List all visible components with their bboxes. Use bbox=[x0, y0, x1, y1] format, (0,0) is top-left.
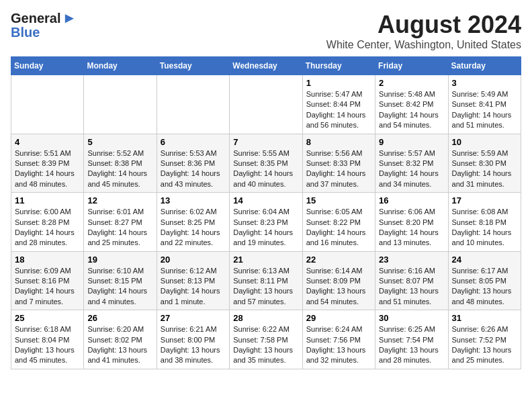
day-detail: Sunrise: 6:26 AM Sunset: 7:52 PM Dayligh… bbox=[452, 325, 512, 364]
title-area: August 2024 White Center, Washington, Un… bbox=[326, 11, 521, 51]
day-number: 27 bbox=[161, 313, 226, 323]
day-header: Friday bbox=[375, 57, 448, 75]
calendar-cell: 17Sunrise: 6:08 AM Sunset: 8:18 PM Dayli… bbox=[448, 193, 521, 252]
day-detail: Sunrise: 5:49 AM Sunset: 8:41 PM Dayligh… bbox=[452, 90, 512, 129]
calendar-cell: 6Sunrise: 5:53 AM Sunset: 8:36 PM Daylig… bbox=[157, 134, 229, 193]
day-number: 15 bbox=[306, 195, 371, 205]
day-detail: Sunrise: 6:04 AM Sunset: 8:23 PM Dayligh… bbox=[233, 208, 293, 246]
calendar-cell: 24Sunrise: 6:17 AM Sunset: 8:05 PM Dayli… bbox=[448, 251, 521, 310]
day-number: 7 bbox=[233, 137, 298, 147]
day-detail: Sunrise: 6:13 AM Sunset: 8:11 PM Dayligh… bbox=[233, 267, 293, 306]
day-detail: Sunrise: 6:14 AM Sunset: 8:09 PM Dayligh… bbox=[306, 267, 366, 306]
calendar-cell: 2Sunrise: 5:48 AM Sunset: 8:42 PM Daylig… bbox=[375, 75, 448, 134]
day-number: 18 bbox=[15, 255, 80, 265]
day-number: 24 bbox=[452, 255, 517, 265]
day-number: 6 bbox=[161, 137, 226, 147]
day-detail: Sunrise: 6:02 AM Sunset: 8:25 PM Dayligh… bbox=[161, 208, 220, 246]
day-number: 2 bbox=[379, 78, 444, 88]
calendar-cell: 20Sunrise: 6:12 AM Sunset: 8:13 PM Dayli… bbox=[157, 251, 229, 310]
calendar-cell: 25Sunrise: 6:18 AM Sunset: 8:04 PM Dayli… bbox=[11, 310, 84, 369]
day-number: 14 bbox=[233, 195, 298, 205]
calendar-header-row: SundayMondayTuesdayWednesdayThursdayFrid… bbox=[11, 57, 521, 75]
day-number: 16 bbox=[379, 195, 444, 205]
day-number: 26 bbox=[87, 313, 152, 323]
main-title: August 2024 bbox=[326, 11, 521, 39]
day-detail: Sunrise: 6:06 AM Sunset: 8:20 PM Dayligh… bbox=[379, 208, 439, 246]
logo: General ► Blue bbox=[11, 11, 77, 39]
day-detail: Sunrise: 6:08 AM Sunset: 8:18 PM Dayligh… bbox=[452, 208, 512, 246]
calendar-cell: 14Sunrise: 6:04 AM Sunset: 8:23 PM Dayli… bbox=[230, 193, 302, 252]
calendar-cell bbox=[230, 75, 302, 134]
calendar-cell: 8Sunrise: 5:56 AM Sunset: 8:33 PM Daylig… bbox=[302, 134, 375, 193]
calendar-cell: 21Sunrise: 6:13 AM Sunset: 8:11 PM Dayli… bbox=[230, 251, 302, 310]
calendar-week-row: 11Sunrise: 6:00 AM Sunset: 8:28 PM Dayli… bbox=[11, 193, 521, 252]
day-detail: Sunrise: 5:56 AM Sunset: 8:33 PM Dayligh… bbox=[306, 149, 366, 188]
calendar-week-row: 1Sunrise: 5:47 AM Sunset: 8:44 PM Daylig… bbox=[11, 75, 521, 134]
day-detail: Sunrise: 6:10 AM Sunset: 8:15 PM Dayligh… bbox=[87, 267, 147, 306]
day-detail: Sunrise: 6:22 AM Sunset: 7:58 PM Dayligh… bbox=[233, 325, 293, 364]
day-number: 21 bbox=[233, 255, 298, 265]
calendar-cell: 26Sunrise: 6:20 AM Sunset: 8:02 PM Dayli… bbox=[84, 310, 157, 369]
calendar-cell: 4Sunrise: 5:51 AM Sunset: 8:39 PM Daylig… bbox=[11, 134, 84, 193]
day-number: 13 bbox=[161, 195, 226, 205]
day-detail: Sunrise: 6:05 AM Sunset: 8:22 PM Dayligh… bbox=[306, 208, 366, 246]
day-number: 19 bbox=[87, 255, 152, 265]
day-header: Sunday bbox=[11, 57, 84, 75]
calendar-cell: 10Sunrise: 5:59 AM Sunset: 8:30 PM Dayli… bbox=[448, 134, 521, 193]
day-number: 8 bbox=[306, 137, 371, 147]
day-detail: Sunrise: 6:20 AM Sunset: 8:02 PM Dayligh… bbox=[87, 325, 147, 364]
calendar-cell: 31Sunrise: 6:26 AM Sunset: 7:52 PM Dayli… bbox=[448, 310, 521, 369]
calendar-cell: 23Sunrise: 6:16 AM Sunset: 8:07 PM Dayli… bbox=[375, 251, 448, 310]
day-number: 23 bbox=[379, 255, 444, 265]
day-number: 17 bbox=[452, 195, 517, 205]
calendar-cell bbox=[157, 75, 229, 134]
day-detail: Sunrise: 6:24 AM Sunset: 7:56 PM Dayligh… bbox=[306, 325, 366, 364]
day-number: 22 bbox=[306, 255, 371, 265]
calendar-cell bbox=[84, 75, 157, 134]
day-detail: Sunrise: 6:21 AM Sunset: 8:00 PM Dayligh… bbox=[161, 325, 220, 364]
day-number: 1 bbox=[306, 78, 371, 88]
day-header: Tuesday bbox=[157, 57, 229, 75]
calendar-cell: 12Sunrise: 6:01 AM Sunset: 8:27 PM Dayli… bbox=[84, 193, 157, 252]
day-detail: Sunrise: 6:01 AM Sunset: 8:27 PM Dayligh… bbox=[87, 208, 147, 246]
day-number: 20 bbox=[161, 255, 226, 265]
calendar-cell: 1Sunrise: 5:47 AM Sunset: 8:44 PM Daylig… bbox=[302, 75, 375, 134]
calendar-cell: 7Sunrise: 5:55 AM Sunset: 8:35 PM Daylig… bbox=[230, 134, 302, 193]
day-detail: Sunrise: 5:59 AM Sunset: 8:30 PM Dayligh… bbox=[452, 149, 512, 188]
calendar-cell: 27Sunrise: 6:21 AM Sunset: 8:00 PM Dayli… bbox=[157, 310, 229, 369]
day-detail: Sunrise: 5:48 AM Sunset: 8:42 PM Dayligh… bbox=[379, 90, 439, 129]
header: General ► Blue August 2024 White Center,… bbox=[11, 11, 521, 51]
day-number: 25 bbox=[15, 313, 80, 323]
day-number: 11 bbox=[15, 195, 80, 205]
calendar-cell: 3Sunrise: 5:49 AM Sunset: 8:41 PM Daylig… bbox=[448, 75, 521, 134]
day-number: 28 bbox=[233, 313, 298, 323]
day-header: Thursday bbox=[302, 57, 375, 75]
calendar-table: SundayMondayTuesdayWednesdayThursdayFrid… bbox=[11, 56, 521, 369]
calendar-cell bbox=[11, 75, 84, 134]
calendar-cell: 22Sunrise: 6:14 AM Sunset: 8:09 PM Dayli… bbox=[302, 251, 375, 310]
calendar-cell: 18Sunrise: 6:09 AM Sunset: 8:16 PM Dayli… bbox=[11, 251, 84, 310]
day-detail: Sunrise: 5:53 AM Sunset: 8:36 PM Dayligh… bbox=[161, 149, 220, 188]
day-detail: Sunrise: 6:25 AM Sunset: 7:54 PM Dayligh… bbox=[379, 325, 439, 364]
day-detail: Sunrise: 6:00 AM Sunset: 8:28 PM Dayligh… bbox=[15, 208, 75, 246]
day-header: Monday bbox=[84, 57, 157, 75]
subtitle: White Center, Washington, United States bbox=[326, 39, 521, 51]
day-detail: Sunrise: 6:16 AM Sunset: 8:07 PM Dayligh… bbox=[379, 267, 439, 306]
day-number: 30 bbox=[379, 313, 444, 323]
day-detail: Sunrise: 5:52 AM Sunset: 8:38 PM Dayligh… bbox=[87, 149, 147, 188]
day-header: Saturday bbox=[448, 57, 521, 75]
calendar-cell: 30Sunrise: 6:25 AM Sunset: 7:54 PM Dayli… bbox=[375, 310, 448, 369]
day-detail: Sunrise: 6:12 AM Sunset: 8:13 PM Dayligh… bbox=[161, 267, 220, 306]
day-detail: Sunrise: 5:57 AM Sunset: 8:32 PM Dayligh… bbox=[379, 149, 439, 188]
calendar-cell: 28Sunrise: 6:22 AM Sunset: 7:58 PM Dayli… bbox=[230, 310, 302, 369]
logo-blue-text: Blue bbox=[11, 26, 40, 39]
calendar-cell: 5Sunrise: 5:52 AM Sunset: 8:38 PM Daylig… bbox=[84, 134, 157, 193]
day-number: 12 bbox=[87, 195, 152, 205]
day-header: Wednesday bbox=[230, 57, 302, 75]
calendar-week-row: 25Sunrise: 6:18 AM Sunset: 8:04 PM Dayli… bbox=[11, 310, 521, 369]
calendar-cell: 15Sunrise: 6:05 AM Sunset: 8:22 PM Dayli… bbox=[302, 193, 375, 252]
day-number: 31 bbox=[452, 313, 517, 323]
calendar-cell: 16Sunrise: 6:06 AM Sunset: 8:20 PM Dayli… bbox=[375, 193, 448, 252]
day-number: 29 bbox=[306, 313, 371, 323]
day-number: 3 bbox=[452, 78, 517, 88]
